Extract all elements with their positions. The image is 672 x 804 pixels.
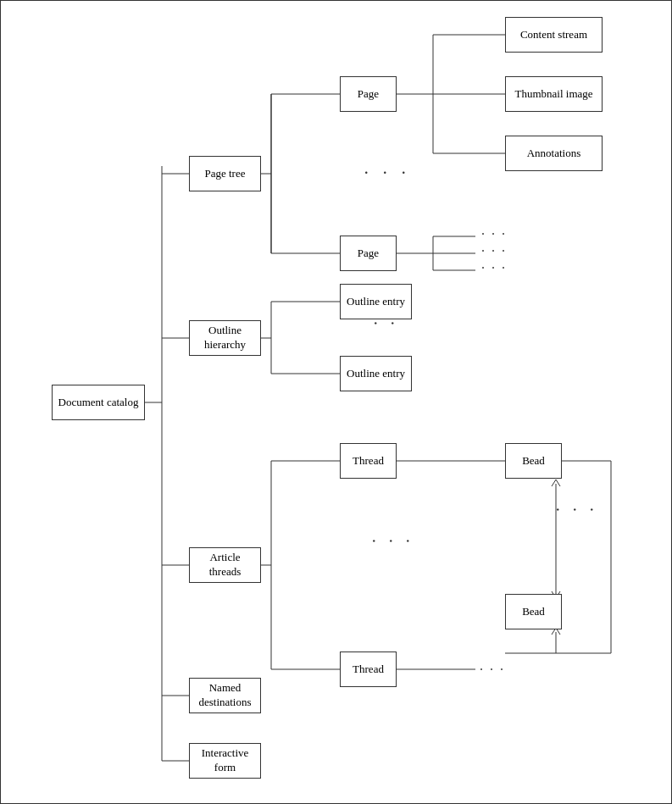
page2-dots-2: · · · xyxy=(481,245,507,258)
named-destinations-node: Named destinations xyxy=(189,678,261,713)
page1-node: Page xyxy=(340,76,397,112)
thread2-node: Thread xyxy=(340,652,397,687)
diagram-container: Document catalog Page tree Page Page Con… xyxy=(0,0,672,804)
page1-dots: ··· xyxy=(357,170,413,175)
bead2-node: Bead xyxy=(505,594,562,629)
outline-dots: ·· xyxy=(367,321,401,327)
outline-entry2-node: Outline entry xyxy=(340,356,412,391)
page2-dots-3: · · · xyxy=(481,262,507,275)
document-catalog-node: Document catalog xyxy=(52,385,145,420)
annotations-node: Annotations xyxy=(505,136,603,171)
page-tree-node: Page tree xyxy=(189,156,261,191)
thread2-dots: · · · xyxy=(480,663,505,677)
thread1-node: Thread xyxy=(340,443,397,479)
content-stream-node: Content stream xyxy=(505,17,603,53)
thumbnail-image-node: Thumbnail image xyxy=(505,76,603,112)
bead1-node: Bead xyxy=(505,443,562,479)
article-threads-node: Article threads xyxy=(189,547,261,583)
page2-dots-1: · · · xyxy=(481,228,507,241)
interactive-form-node: Interactive form xyxy=(189,743,261,779)
page2-node: Page xyxy=(340,236,397,271)
article-mid-dots: ··· xyxy=(365,539,416,545)
outline-entry1-node: Outline entry xyxy=(340,284,412,319)
bead-mid-dots: ··· xyxy=(549,507,600,513)
outline-hierarchy-node: Outline hierarchy xyxy=(189,320,261,356)
